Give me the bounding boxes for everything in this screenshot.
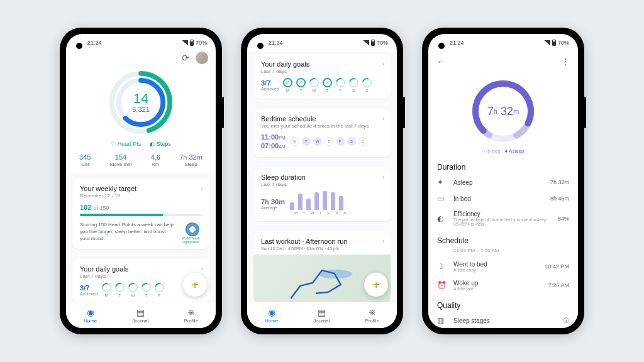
nav-home[interactable]: ◉Home (265, 307, 278, 324)
fab-add[interactable]: + (364, 273, 388, 297)
profile-icon: ⛯ (368, 307, 377, 317)
nav-profile[interactable]: ⛯Profile (184, 307, 198, 324)
stat-movemin[interactable]: 154Move min (110, 153, 132, 167)
section-duration: Duration (428, 156, 578, 174)
sleep-duration-card[interactable]: › Sleep duration Last 7 days 7h 30mAvera… (253, 167, 391, 221)
nav-journal[interactable]: ▤Journal (313, 307, 330, 324)
chevron-right-icon: › (382, 115, 384, 122)
clock: 21:24 (87, 40, 102, 46)
home-icon: ◉ (268, 307, 275, 317)
heart-pts-value: 14 (133, 92, 148, 106)
camera-punch (257, 43, 264, 49)
profile-icon: ⛯ (187, 307, 196, 317)
half-circle-icon: ◐ (437, 214, 447, 223)
who-badge: World Health Organization (182, 222, 203, 244)
avatar[interactable] (196, 52, 208, 64)
overflow-icon[interactable]: ⋮ (560, 57, 570, 67)
daily-goals-card[interactable]: › Your daily goals Last 7 days 3/7Achiev… (253, 54, 391, 99)
sleep-ring-card: 12 7h 32m ○ In bed ● Asleep (428, 72, 578, 156)
plus-icon: + (372, 278, 380, 292)
chevron-right-icon: › (201, 265, 203, 272)
chevron-right-icon: › (382, 173, 384, 180)
battery-pct: 70% (196, 40, 207, 46)
activity-ring: 14 6,321 (106, 68, 175, 137)
bedtime-schedule-card[interactable]: › Bedtime schedule You met your schedule… (253, 109, 391, 157)
status-bar: 21:24 70% (428, 34, 578, 52)
nav-journal[interactable]: ▤Journal (132, 307, 148, 324)
bars-icon: ▥ (437, 316, 447, 325)
signal-icon (363, 40, 369, 45)
chevron-right-icon: › (382, 238, 384, 244)
moon-icon: ☽ (437, 262, 447, 271)
battery-icon (190, 40, 194, 46)
phone-home-scrolled: 21:24 70% › Your daily goals Last 7 days… (241, 28, 403, 334)
sleep-total: 7h 32m (469, 77, 538, 146)
legend-steps: ◐ Steps (150, 141, 171, 147)
activity-ring-card[interactable]: 14 6,321 ♡ Heart Pts ◐ Steps 345Cal 154M… (66, 64, 216, 173)
phone-sleep-detail: 21:24 70% ← ⋮ 12 7h 32m (422, 28, 584, 334)
sleep-legend: ○ In bed ● Asleep (428, 148, 578, 154)
nav-profile[interactable]: ⛯Profile (365, 307, 379, 324)
fab-add[interactable]: + (183, 273, 207, 297)
row-woke-up[interactable]: ⏰Woke upA little late7:26 AM (428, 276, 578, 295)
legend-heart-pts: ♡ Heart Pts (111, 141, 141, 147)
row-sleep-stages[interactable]: ▥Sleep stagesⓘ (428, 312, 578, 328)
journal-icon: ▤ (136, 307, 145, 317)
sleep-bars (290, 190, 343, 210)
bottom-nav: ◉Home ▤Journal ⛯Profile (247, 302, 397, 328)
home-icon: ◉ (87, 307, 94, 317)
battery-icon (552, 40, 556, 46)
back-icon[interactable]: ← (436, 57, 446, 67)
row-efficiency[interactable]: ◐EfficiencyThe percentage of time in bed… (428, 207, 578, 230)
weekly-target-card[interactable]: › Your weekly target December 12 - 19 10… (72, 178, 209, 249)
signal-icon (544, 40, 550, 45)
stats-row: 345Cal 154Move min 4,6km 7h 32mSleep (66, 153, 216, 167)
alarm-icon: ⏰ (437, 281, 447, 290)
journal-icon: ▤ (318, 307, 326, 317)
signal-icon (182, 40, 188, 45)
row-went-to-bed[interactable]: ☽Went to bedA little early10:42 PM (428, 257, 578, 276)
progress-bar (80, 214, 202, 216)
stat-sleep[interactable]: 7h 32mSleep (179, 153, 203, 167)
phone-home: 21:24 70% ⟳ (60, 28, 222, 334)
bed-icon: ✦ (437, 178, 447, 187)
stat-km[interactable]: 4,6km (151, 153, 160, 167)
refresh-icon[interactable]: ⟳ (180, 53, 191, 63)
bottom-nav: ◉Home ▤Journal ⛯Profile (66, 302, 216, 328)
top-bar: ⟳ (66, 52, 216, 64)
stat-cal[interactable]: 345Cal (79, 153, 91, 167)
plus-icon: + (191, 278, 199, 292)
chevron-right-icon: › (382, 60, 384, 67)
status-bar: 21:24 70% (247, 34, 397, 52)
row-asleep[interactable]: ✦Asleep7h 32m (428, 174, 578, 190)
achieved-count: 3/7Achieved (80, 284, 98, 296)
status-bar: 21:24 70% (66, 34, 216, 52)
nav-home[interactable]: ◉Home (84, 307, 97, 324)
section-schedule: Schedule (428, 230, 578, 248)
section-quality: Quality (428, 295, 578, 312)
top-bar: ← ⋮ (428, 52, 578, 72)
battery-icon (371, 40, 375, 46)
info-icon: ⓘ (564, 317, 569, 325)
chevron-right-icon: › (201, 185, 203, 192)
inbed-icon: ▭ (437, 194, 447, 203)
bedtime-range: 11:00PM 07:00AM (261, 133, 286, 151)
card-title: Your weekly target (80, 185, 202, 192)
camera-punch (438, 43, 445, 49)
steps-value: 6,321 (132, 106, 150, 113)
camera-punch (76, 43, 82, 49)
row-inbed[interactable]: ▭In bed8h 46m (428, 190, 578, 207)
